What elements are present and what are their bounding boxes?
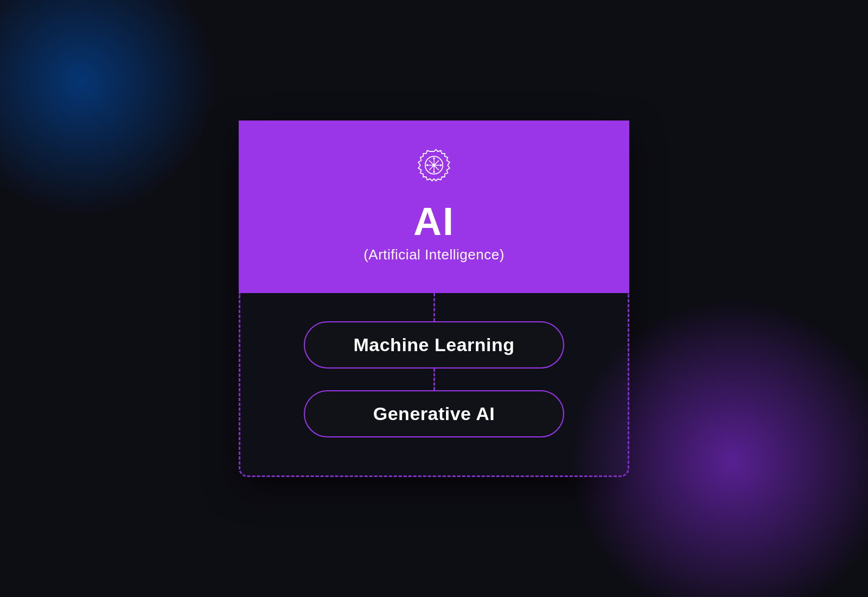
ai-title: AI xyxy=(413,202,455,241)
svg-point-8 xyxy=(426,164,429,166)
card-header: AI (Artificial Intelligence) xyxy=(239,120,629,293)
machine-learning-label: Machine Learning xyxy=(353,334,514,355)
svg-point-7 xyxy=(433,171,435,173)
svg-point-6 xyxy=(433,157,435,160)
svg-point-5 xyxy=(432,163,435,166)
svg-point-9 xyxy=(440,164,442,166)
machine-learning-box: Machine Learning xyxy=(304,321,564,369)
card-body: Machine Learning Generative AI xyxy=(239,293,629,477)
generative-ai-box: Generative AI xyxy=(304,390,564,437)
ai-subtitle: (Artificial Intelligence) xyxy=(363,246,505,263)
generative-ai-label: Generative AI xyxy=(373,403,495,424)
main-card: AI (Artificial Intelligence) Machine Lea… xyxy=(239,120,629,477)
ai-brain-gear-icon xyxy=(414,148,454,187)
connector-line-top xyxy=(433,293,435,321)
background-glow-left xyxy=(0,0,217,217)
connector-line-mid xyxy=(433,369,435,390)
